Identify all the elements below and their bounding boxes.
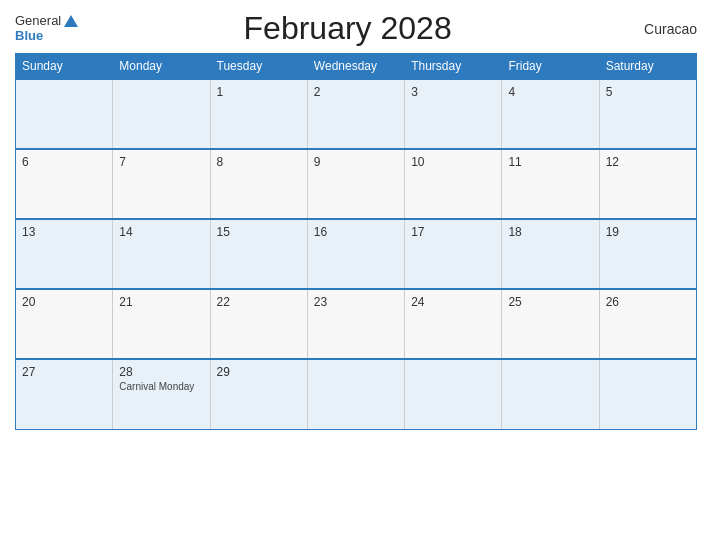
calendar-cell: 25 (502, 289, 599, 359)
day-number: 13 (22, 225, 106, 239)
calendar-cell: 27 (16, 359, 113, 429)
day-number: 8 (217, 155, 301, 169)
calendar-cell: 23 (307, 289, 404, 359)
calendar-cell: 14 (113, 219, 210, 289)
day-number: 11 (508, 155, 592, 169)
header-wednesday: Wednesday (307, 54, 404, 80)
calendar-cell: 22 (210, 289, 307, 359)
day-number: 29 (217, 365, 301, 379)
header-sunday: Sunday (16, 54, 113, 80)
day-number: 5 (606, 85, 690, 99)
calendar-cell: 12 (599, 149, 696, 219)
weekday-header-row: Sunday Monday Tuesday Wednesday Thursday… (16, 54, 697, 80)
calendar-cell: 19 (599, 219, 696, 289)
calendar-cell: 21 (113, 289, 210, 359)
day-number: 26 (606, 295, 690, 309)
calendar-cell (113, 79, 210, 149)
day-number: 18 (508, 225, 592, 239)
calendar-cell: 6 (16, 149, 113, 219)
day-number: 7 (119, 155, 203, 169)
day-number: 15 (217, 225, 301, 239)
location-label: Curacao (617, 21, 697, 37)
calendar-cell: 26 (599, 289, 696, 359)
calendar-cell: 20 (16, 289, 113, 359)
calendar-cell (599, 359, 696, 429)
day-number: 17 (411, 225, 495, 239)
calendar-cell: 24 (405, 289, 502, 359)
calendar-cell (502, 359, 599, 429)
logo-triangle-icon (64, 15, 78, 27)
calendar-week-row: 6789101112 (16, 149, 697, 219)
calendar-cell: 16 (307, 219, 404, 289)
day-number: 10 (411, 155, 495, 169)
calendar-page: General Blue February 2028 Curacao Sunda… (0, 0, 712, 550)
calendar-cell (16, 79, 113, 149)
logo-blue-text: Blue (15, 29, 43, 43)
calendar-cell (307, 359, 404, 429)
day-number: 23 (314, 295, 398, 309)
day-number: 22 (217, 295, 301, 309)
calendar-cell (405, 359, 502, 429)
calendar-cell: 5 (599, 79, 696, 149)
calendar-cell: 2 (307, 79, 404, 149)
calendar-cell: 10 (405, 149, 502, 219)
logo: General Blue (15, 14, 78, 43)
day-number: 12 (606, 155, 690, 169)
calendar-week-row: 20212223242526 (16, 289, 697, 359)
calendar-cell: 15 (210, 219, 307, 289)
day-number: 1 (217, 85, 301, 99)
day-number: 14 (119, 225, 203, 239)
calendar-cell: 7 (113, 149, 210, 219)
calendar-cell: 9 (307, 149, 404, 219)
day-number: 6 (22, 155, 106, 169)
calendar-cell: 3 (405, 79, 502, 149)
event-label: Carnival Monday (119, 381, 203, 392)
header-thursday: Thursday (405, 54, 502, 80)
day-number: 4 (508, 85, 592, 99)
day-number: 2 (314, 85, 398, 99)
calendar-cell: 4 (502, 79, 599, 149)
calendar-week-row: 13141516171819 (16, 219, 697, 289)
calendar-week-row: 2728Carnival Monday29 (16, 359, 697, 429)
logo-general-text: General (15, 14, 61, 28)
header-friday: Friday (502, 54, 599, 80)
day-number: 19 (606, 225, 690, 239)
day-number: 25 (508, 295, 592, 309)
calendar-week-row: 12345 (16, 79, 697, 149)
day-number: 21 (119, 295, 203, 309)
header-monday: Monday (113, 54, 210, 80)
calendar-cell: 17 (405, 219, 502, 289)
calendar-cell: 1 (210, 79, 307, 149)
calendar-cell: 11 (502, 149, 599, 219)
header: General Blue February 2028 Curacao (15, 10, 697, 47)
calendar-table: Sunday Monday Tuesday Wednesday Thursday… (15, 53, 697, 430)
day-number: 28 (119, 365, 203, 379)
day-number: 16 (314, 225, 398, 239)
calendar-cell: 28Carnival Monday (113, 359, 210, 429)
day-number: 9 (314, 155, 398, 169)
calendar-cell: 18 (502, 219, 599, 289)
header-tuesday: Tuesday (210, 54, 307, 80)
day-number: 20 (22, 295, 106, 309)
calendar-cell: 29 (210, 359, 307, 429)
day-number: 3 (411, 85, 495, 99)
calendar-title: February 2028 (78, 10, 617, 47)
calendar-cell: 8 (210, 149, 307, 219)
day-number: 24 (411, 295, 495, 309)
day-number: 27 (22, 365, 106, 379)
header-saturday: Saturday (599, 54, 696, 80)
calendar-cell: 13 (16, 219, 113, 289)
